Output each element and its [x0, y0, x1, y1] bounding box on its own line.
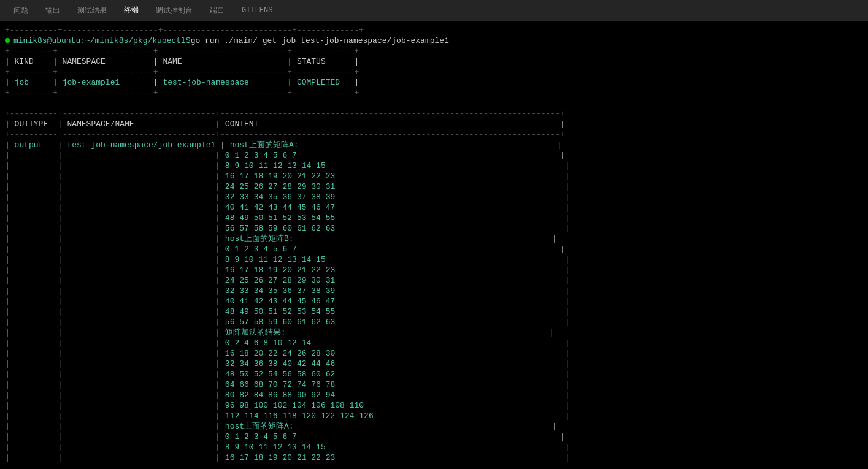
t2-sep-top: +----------+----------------------------… — [0, 109, 868, 119]
t2-row-11: | | | 8 9 10 11 12 13 14 15 | — [0, 254, 868, 265]
t1-row: | job | job-example1 | test-job-namespac… — [0, 77, 868, 88]
prompt-line: minik8s@ubuntu:~/minik8s/pkg/kubectl$ go… — [0, 36, 868, 46]
table1-sep-top: +----------+--------------------+-------… — [0, 25, 868, 36]
tab-bar: 问题 输出 测试结果 终端 调试控制台 端口 GITLENS — [0, 0, 868, 21]
t2-row-17: | | | 56 57 58 59 60 61 62 63 | — [0, 317, 868, 327]
t2-row-20: | | | 16 18 20 22 24 26 28 30 | — [0, 348, 868, 359]
t1-sep-mid: +---------+--------------------+--------… — [0, 67, 868, 77]
t2-row-5: | | | 32 33 34 35 36 37 38 39 | — [0, 192, 868, 202]
t2-row-3: | | | 16 17 18 19 20 21 22 23 | — [0, 171, 868, 181]
t2-row-21: | | | 32 34 36 38 40 42 44 46 | — [0, 359, 868, 369]
t1-header: | KIND | NAMESPACE | NAME | STATUS | — [0, 56, 868, 67]
t2-row-6: | | | 40 41 42 43 44 45 46 47 | — [0, 202, 868, 213]
t2-row-25: | | | 96 98 100 102 104 106 108 110 | — [0, 400, 868, 411]
tab-gitlens[interactable]: GITLENS — [233, 0, 281, 21]
t2-row-19: | | | 0 2 4 6 8 10 12 14 | — [0, 338, 868, 348]
prompt-command: go run ./main/ get job test-job-namespac… — [191, 36, 449, 46]
t2-row-4: | | | 24 25 26 27 28 29 30 31 | — [0, 181, 868, 192]
prompt-text: minik8s@ubuntu:~/minik8s/pkg/kubectl$ — [13, 36, 191, 46]
t2-row-7: | | | 48 49 50 51 52 53 54 55 | — [0, 213, 868, 223]
t2-row-29: | | | 8 9 10 11 12 13 14 15 | — [0, 442, 868, 452]
t2-row-28: | | | 0 1 2 3 4 5 6 7 | — [0, 432, 868, 442]
t2-row-27: | | | host上面的矩阵A: | — [0, 421, 868, 432]
t2-row-26: | | | 112 114 116 118 120 122 124 126 | — [0, 411, 868, 421]
t2-row-18: | | | 矩阵加法的结果: | — [0, 327, 868, 338]
tab-test-results[interactable]: 测试结果 — [69, 0, 115, 21]
tab-ports[interactable]: 端口 — [201, 0, 233, 21]
tab-issues[interactable]: 问题 — [5, 0, 37, 21]
t2-row-23: | | | 64 66 68 70 72 74 76 78 | — [0, 379, 868, 390]
blank-line — [0, 98, 868, 109]
t2-row-0: | output | test-job-namespace/job-exampl… — [0, 140, 868, 150]
t2-row-16: | | | 48 49 50 51 52 53 54 55 | — [0, 307, 868, 317]
t2-row-9: | | | host上面的矩阵B: | — [0, 234, 868, 244]
t2-row-10: | | | 0 1 2 3 4 5 6 7 | — [0, 244, 868, 254]
t2-header: | OUTTYPE | NAMESPACE/NAME | CONTENT | — [0, 119, 868, 129]
prompt-dot — [5, 38, 10, 43]
terminal-container[interactable]: +----------+--------------------+-------… — [0, 21, 868, 469]
t1-sep-top: +---------+--------------------+--------… — [0, 46, 868, 56]
t2-row-14: | | | 32 33 34 35 36 37 38 39 | — [0, 286, 868, 296]
t2-row-13: | | | 24 25 26 27 28 29 30 31 | — [0, 275, 868, 286]
t2-row-30: | | | 16 17 18 19 20 21 22 23 | — [0, 452, 868, 463]
t2-row-22: | | | 48 50 52 54 56 58 60 62 | — [0, 369, 868, 379]
tab-terminal[interactable]: 终端 — [115, 0, 147, 21]
t2-row-15: | | | 40 41 42 43 44 45 46 47 | — [0, 296, 868, 307]
t2-sep-mid: +----------+----------------------------… — [0, 129, 868, 140]
t2-row-12: | | | 16 17 18 19 20 21 22 23 | — [0, 265, 868, 275]
t2-row-24: | | | 80 82 84 86 88 90 92 94 | — [0, 390, 868, 400]
tab-output[interactable]: 输出 — [37, 0, 69, 21]
t2-row-8: | | | 56 57 58 59 60 61 62 63 | — [0, 223, 868, 234]
tab-debug-console[interactable]: 调试控制台 — [147, 0, 201, 21]
t2-row-1: | | | 0 1 2 3 4 5 6 7 | — [0, 150, 868, 161]
t1-sep-bot: +---------+--------------------+--------… — [0, 88, 868, 98]
t2-row-2: | | | 8 9 10 11 12 13 14 15 | — [0, 161, 868, 171]
